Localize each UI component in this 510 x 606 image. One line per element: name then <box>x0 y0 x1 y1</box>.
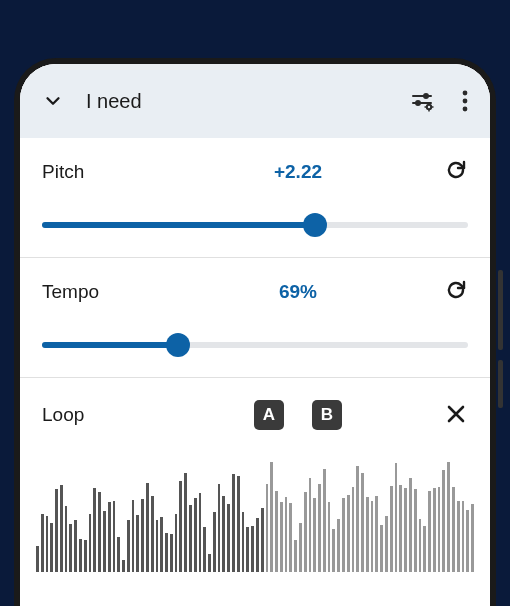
waveform-bar <box>141 499 144 572</box>
collapse-button[interactable] <box>42 90 64 112</box>
waveform-bar <box>275 491 278 572</box>
waveform-bar <box>337 519 340 572</box>
waveform-bar <box>347 495 350 572</box>
waveform-bar <box>342 498 345 572</box>
waveform-bar <box>165 533 168 572</box>
tempo-slider-thumb[interactable] <box>166 333 190 357</box>
waveform-bar <box>352 487 355 572</box>
waveform-bar <box>79 539 82 572</box>
waveform-bar <box>471 504 474 572</box>
waveform-bar <box>466 510 469 572</box>
waveform-bar <box>380 525 383 572</box>
waveform-bar <box>36 546 39 572</box>
waveform-bar <box>323 469 326 572</box>
waveform[interactable] <box>20 452 490 572</box>
waveform-bar <box>299 523 302 572</box>
waveform-bar <box>127 520 130 572</box>
more-button[interactable] <box>462 90 468 112</box>
tempo-label: Tempo <box>42 281 152 303</box>
loop-label: Loop <box>42 404 152 426</box>
waveform-bar <box>146 483 149 572</box>
chevron-down-icon <box>42 90 64 112</box>
pitch-reset-button[interactable] <box>444 158 468 185</box>
waveform-bar <box>74 520 77 572</box>
waveform-bar <box>199 493 202 572</box>
waveform-bar <box>203 527 206 572</box>
waveform-bar <box>309 478 312 572</box>
waveform-bar <box>375 496 378 572</box>
waveform-bar <box>332 529 335 572</box>
track-title: I need <box>86 90 388 113</box>
waveform-bar <box>108 502 111 572</box>
waveform-bar <box>294 540 297 572</box>
pitch-slider-thumb[interactable] <box>303 213 327 237</box>
waveform-bar <box>175 514 178 572</box>
waveform-bar <box>289 503 292 572</box>
loop-b-button[interactable]: B <box>312 400 342 430</box>
reset-icon <box>444 278 468 302</box>
waveform-bar <box>447 462 450 572</box>
waveform-bar <box>41 514 44 572</box>
close-icon <box>444 402 468 426</box>
waveform-bar <box>103 511 106 572</box>
waveform-bar <box>65 506 68 572</box>
header-bar: I need <box>20 64 490 138</box>
waveform-bar <box>256 518 259 572</box>
waveform-bar <box>69 524 72 573</box>
waveform-bar <box>237 476 240 573</box>
waveform-bar <box>390 486 393 572</box>
settings-button[interactable] <box>410 89 434 113</box>
waveform-bar <box>93 488 96 572</box>
waveform-bar <box>208 554 211 572</box>
waveform-bar <box>60 485 63 572</box>
waveform-bar <box>318 484 321 572</box>
reset-icon <box>444 158 468 182</box>
tempo-value[interactable]: 69% <box>152 281 444 303</box>
loop-a-button[interactable]: A <box>254 400 284 430</box>
waveform-bar <box>404 488 407 572</box>
waveform-bar <box>98 492 101 572</box>
pitch-value[interactable]: +2.22 <box>152 161 444 183</box>
waveform-bar <box>84 540 87 572</box>
waveform-bar <box>395 463 398 572</box>
waveform-bar <box>194 498 197 572</box>
waveform-bar <box>55 489 58 572</box>
waveform-bar <box>423 526 426 572</box>
waveform-bar <box>428 491 431 572</box>
waveform-bar <box>462 501 465 572</box>
waveform-bar <box>304 492 307 572</box>
waveform-bar <box>184 473 187 572</box>
waveform-bar <box>361 473 364 572</box>
waveform-bar <box>156 520 159 572</box>
waveform-bar <box>261 508 264 572</box>
loop-close-button[interactable] <box>444 402 468 429</box>
waveform-bar <box>213 512 216 572</box>
waveform-bar <box>46 516 49 572</box>
tempo-section: Tempo 69% <box>20 258 490 378</box>
svg-point-13 <box>463 99 468 104</box>
svg-point-11 <box>428 106 430 108</box>
waveform-bar <box>433 488 436 572</box>
waveform-bar <box>313 498 316 572</box>
waveform-bar <box>189 505 192 572</box>
svg-point-2 <box>424 94 428 98</box>
waveform-bar <box>385 516 388 572</box>
pitch-slider[interactable] <box>42 211 468 239</box>
waveform-bar <box>457 501 460 572</box>
waveform-bar <box>442 470 445 572</box>
waveform-bar <box>242 512 245 573</box>
waveform-bar <box>356 466 359 572</box>
tempo-slider[interactable] <box>42 331 468 359</box>
tempo-reset-button[interactable] <box>444 278 468 305</box>
waveform-bar <box>414 489 417 572</box>
waveform-bar <box>50 523 53 572</box>
loop-section: Loop A B <box>20 378 490 452</box>
waveform-bar <box>266 484 269 572</box>
pitch-section: Pitch +2.22 <box>20 138 490 258</box>
waveform-bar <box>371 501 374 572</box>
waveform-bar <box>170 534 173 572</box>
waveform-bar <box>366 497 369 572</box>
waveform-bar <box>117 537 120 572</box>
waveform-bar <box>232 474 235 572</box>
waveform-bar <box>218 484 221 572</box>
